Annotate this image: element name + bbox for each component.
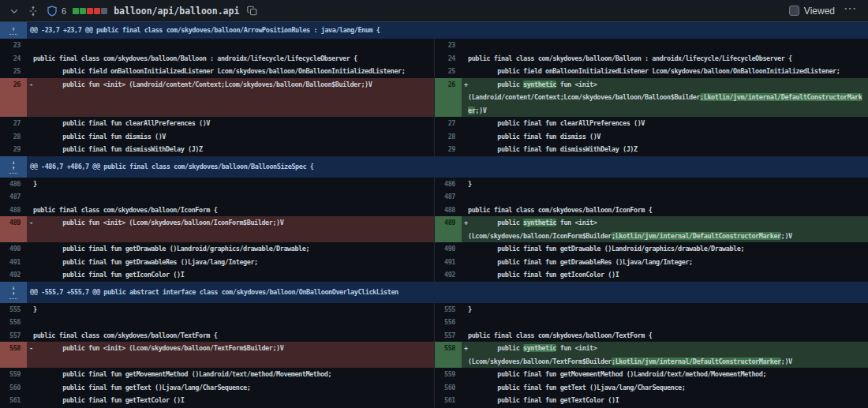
code-line: + public synthetic fun <init> (Lcom/skyd… xyxy=(462,342,868,368)
new-line-number[interactable]: 492 xyxy=(435,268,462,282)
code-line: public field onBalloonInitializedListene… xyxy=(462,65,868,78)
code-segment: ;)V xyxy=(475,107,486,114)
diff-side-old: 558- public fun <init> (Lcom/skydoves/ba… xyxy=(0,342,434,368)
old-line-number[interactable]: 488 xyxy=(0,204,27,217)
new-line-number[interactable]: 491 xyxy=(435,256,462,269)
diff-side-new: 23 xyxy=(434,39,868,52)
code-line: public final class com/skydoves/balloon/… xyxy=(462,52,868,66)
old-line-number[interactable]: 487 xyxy=(0,190,27,204)
copy-icon[interactable] xyxy=(245,5,258,17)
code-line: public final fun getDrawableRes ()Ljava/… xyxy=(27,256,434,269)
old-line-number[interactable]: 27 xyxy=(0,117,27,130)
old-line-number[interactable]: 29 xyxy=(0,143,27,156)
diff-side-old: 489- public fun <init> (Lcom/skydoves/ba… xyxy=(0,216,434,242)
word-diff-highlight: ;Lkotlin/jvm/internal/DefaultConstructor… xyxy=(612,357,781,365)
diff-side-old: 559 public final fun getMovementMethod (… xyxy=(0,368,434,381)
old-line-number[interactable]: 26 xyxy=(0,78,27,118)
new-line-number[interactable]: 29 xyxy=(435,143,462,156)
new-line-number[interactable]: 560 xyxy=(435,381,462,395)
new-line-number[interactable]: 27 xyxy=(435,117,462,130)
new-line-number[interactable]: 558 xyxy=(435,342,462,368)
diff-side-old: 560 public final fun getText ()Ljava/lan… xyxy=(0,381,434,395)
code-segment: public xyxy=(468,344,523,352)
new-line-number[interactable]: 26 xyxy=(435,78,462,118)
diffstat-block-deleted xyxy=(94,8,100,14)
code-line: public final fun getDrawable ()Landroid/… xyxy=(27,242,434,256)
new-line-number[interactable]: 561 xyxy=(435,394,462,407)
old-line-number[interactable]: 28 xyxy=(0,130,27,144)
old-line-number[interactable]: 489 xyxy=(0,216,27,242)
code-segment: public field onBalloonInitializedListene… xyxy=(33,67,405,75)
new-line-number[interactable]: 25 xyxy=(435,65,462,78)
diff-row: 25 public field onBalloonInitializedList… xyxy=(0,65,868,78)
code-segment: public final class com/skydoves/balloon/… xyxy=(468,331,652,339)
expand-dashes xyxy=(9,34,17,35)
old-line-number[interactable]: 486 xyxy=(0,178,27,191)
old-line-number[interactable]: 556 xyxy=(0,316,27,329)
old-line-number[interactable]: 491 xyxy=(0,256,27,269)
new-line-number[interactable]: 488 xyxy=(435,204,462,217)
new-line-number[interactable]: 557 xyxy=(435,329,462,342)
new-line-number[interactable]: 24 xyxy=(435,52,462,66)
code-line: - public fun <init> (Landroid/content/Co… xyxy=(27,78,434,118)
code-line: public final fun getIconColor ()I xyxy=(27,268,434,282)
old-line-number[interactable]: 555 xyxy=(0,303,27,316)
expand-dashes xyxy=(9,173,17,174)
diff-row: 491 public final fun getDrawableRes ()Lj… xyxy=(0,256,868,269)
new-line-number[interactable]: 28 xyxy=(435,130,462,144)
expand-up-icon: ↑ xyxy=(12,291,15,297)
viewed-checkbox[interactable] xyxy=(789,6,799,16)
expand-hunk-button[interactable]: ↑ xyxy=(0,22,27,39)
diff-row: 558- public fun <init> (Lcom/skydoves/ba… xyxy=(0,342,868,368)
word-diff-highlight: synthetic xyxy=(523,344,556,352)
diff-row: 492 public final fun getIconColor ()I492… xyxy=(0,268,868,282)
old-line-number[interactable]: 559 xyxy=(0,368,27,381)
new-line-number[interactable]: 23 xyxy=(435,39,462,52)
old-line-number[interactable]: 560 xyxy=(0,381,27,395)
diff-side-new: 555} xyxy=(434,303,868,316)
expand-hunk-button[interactable]: ↓↑ xyxy=(0,282,27,303)
chevron-down-icon[interactable] xyxy=(8,5,21,17)
new-line-number[interactable]: 487 xyxy=(435,190,462,204)
file-name-link[interactable]: balloon/api/balloon.api xyxy=(114,6,239,17)
new-line-number[interactable]: 490 xyxy=(435,242,462,256)
new-line-number[interactable]: 559 xyxy=(435,368,462,381)
diff-row: 24public final class com/skydoves/balloo… xyxy=(0,52,868,66)
word-diff-highlight: ;Lkotlin/jvm/internal/DefaultConstructor… xyxy=(612,232,781,240)
code-segment: public final fun clearAllPreferences ()V xyxy=(33,119,210,127)
diff-side-old: 555} xyxy=(0,303,434,316)
code-line: public final class com/skydoves/balloon/… xyxy=(27,52,434,66)
code-line: public final fun dismissWithDelay (J)Z xyxy=(27,143,434,156)
viewed-toggle[interactable]: Viewed xyxy=(789,6,835,17)
code-line: public final fun getDrawableRes ()Ljava/… xyxy=(462,256,868,269)
diff-side-new: 492 public final fun getIconColor ()I xyxy=(434,268,868,282)
code-segment: public final fun dismissWithDelay (J)Z xyxy=(33,145,203,153)
expand-hunk-button[interactable]: ↓↑ xyxy=(0,156,27,178)
expand-all-icon[interactable] xyxy=(27,5,39,17)
old-line-number[interactable]: 561 xyxy=(0,394,27,407)
kebab-menu-icon[interactable]: ··· xyxy=(841,2,860,19)
code-segment: public final fun getIconColor ()I xyxy=(468,271,619,279)
old-line-number[interactable]: 490 xyxy=(0,242,27,256)
new-line-number[interactable]: 555 xyxy=(435,303,462,316)
new-line-number[interactable]: 489 xyxy=(435,216,462,242)
code-segment: public final fun dismiss ()V xyxy=(33,133,166,140)
code-line xyxy=(462,190,868,204)
code-line: public final fun getText ()Ljava/lang/Ch… xyxy=(27,381,434,395)
old-line-number[interactable]: 557 xyxy=(0,329,27,342)
new-line-number[interactable]: 556 xyxy=(435,316,462,329)
new-line-number[interactable]: 486 xyxy=(435,178,462,191)
diff-side-new: 491 public final fun getDrawableRes ()Lj… xyxy=(434,256,868,269)
diff-side-old: 492 public final fun getIconColor ()I xyxy=(0,268,434,282)
shield-icon[interactable] xyxy=(46,5,58,17)
shield-badge: 6 xyxy=(46,5,66,17)
code-line: public final fun getMovementMethod ()Lan… xyxy=(27,368,434,381)
diffstat xyxy=(73,8,107,14)
code-segment: } xyxy=(33,180,37,188)
old-line-number[interactable]: 558 xyxy=(0,342,27,368)
viewed-label: Viewed xyxy=(804,6,835,17)
old-line-number[interactable]: 492 xyxy=(0,268,27,282)
old-line-number[interactable]: 25 xyxy=(0,65,27,78)
old-line-number[interactable]: 23 xyxy=(0,39,27,52)
old-line-number[interactable]: 24 xyxy=(0,52,27,66)
